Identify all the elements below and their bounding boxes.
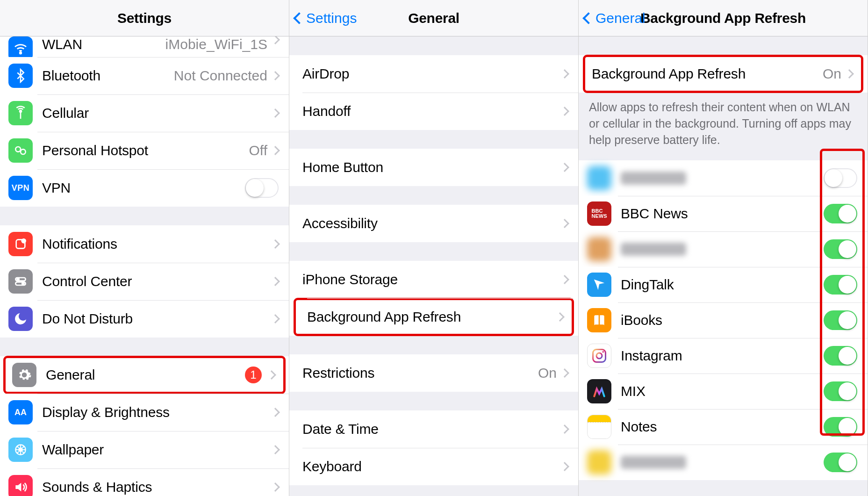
chevron-right-icon xyxy=(560,462,569,471)
chevron-right-icon xyxy=(271,277,280,286)
row-label xyxy=(621,243,686,256)
row-label: DingTalk xyxy=(621,277,824,293)
toggle[interactable] xyxy=(824,239,857,259)
general-row-restrictions[interactable]: RestrictionsOn xyxy=(289,354,578,392)
app-icon xyxy=(587,166,611,190)
chevron-right-icon xyxy=(845,69,854,79)
gear-icon xyxy=(12,363,36,387)
app-row-mix: MIX xyxy=(579,374,868,409)
general-body: AirDropHandoffHome ButtonAccessibilityiP… xyxy=(289,36,578,496)
back-to-general[interactable]: General xyxy=(584,10,646,26)
page-title: General xyxy=(408,10,459,26)
wallpaper-icon xyxy=(8,438,33,462)
row-label xyxy=(621,456,686,469)
row-label: Wallpaper xyxy=(42,442,272,458)
settings-row-bluetooth[interactable]: BluetoothNot Connected xyxy=(0,57,289,94)
svg-point-8 xyxy=(17,278,19,280)
row-detail: Not Connected xyxy=(174,68,267,84)
toggle[interactable] xyxy=(824,310,857,330)
general-row-home-button[interactable]: Home Button xyxy=(289,149,578,186)
settings-row-general[interactable]: General1 xyxy=(4,356,285,394)
toggle[interactable] xyxy=(824,168,857,188)
svg-point-14 xyxy=(602,351,604,353)
settings-row-vpn[interactable]: VPNVPN xyxy=(0,169,289,207)
app-icon xyxy=(587,379,611,403)
settings-row-display[interactable]: AADisplay & Brightness xyxy=(0,394,289,431)
chevron-right-icon xyxy=(560,219,569,228)
settings-row-dnd[interactable]: Do Not Disturb xyxy=(0,300,289,338)
app-icon xyxy=(587,273,611,297)
row-label: Instagram xyxy=(621,348,824,364)
settings-row-wallpaper[interactable]: Wallpaper xyxy=(0,431,289,468)
row-label: Handoff xyxy=(298,103,561,119)
nav-bar-settings: Settings xyxy=(0,0,289,36)
row-detail: iMobie_WiFi_1S xyxy=(165,36,267,52)
settings-row-cellular[interactable]: Cellular xyxy=(0,94,289,132)
app-row-instagram: Instagram xyxy=(579,338,868,374)
back-label: Settings xyxy=(306,10,357,26)
row-label: Do Not Disturb xyxy=(42,311,272,327)
toggle[interactable] xyxy=(824,453,857,472)
nav-bar-general: Settings General xyxy=(289,0,578,36)
svg-point-3 xyxy=(21,149,26,154)
toggle[interactable] xyxy=(824,275,857,295)
chevron-right-icon xyxy=(560,275,569,284)
general-row-airdrop[interactable]: AirDrop xyxy=(289,55,578,93)
settings-body: WLANiMobie_WiFi_1SBluetoothNot Connected… xyxy=(0,36,289,496)
general-row-bar[interactable]: Background App Refresh xyxy=(294,298,574,336)
toggle[interactable] xyxy=(824,204,857,223)
settings-row-hotspot[interactable]: Personal HotspotOff xyxy=(0,132,289,169)
app-row-dingtalk: DingTalk xyxy=(579,267,868,302)
svg-point-0 xyxy=(20,52,21,54)
app-row-ibooks: iBooks xyxy=(579,302,868,338)
row-label: Restrictions xyxy=(298,365,538,381)
general-row-keyboard[interactable]: Keyboard xyxy=(289,448,578,485)
app-icon: BBCNEWS xyxy=(587,201,611,226)
chevron-left-icon xyxy=(293,12,305,24)
settings-row-notifications[interactable]: Notifications xyxy=(0,225,289,263)
toggle[interactable] xyxy=(824,417,857,437)
badge: 1 xyxy=(245,367,262,383)
row-detail: On xyxy=(823,66,841,82)
row-label: iBooks xyxy=(621,312,824,328)
general-row-iphone-storage[interactable]: iPhone Storage xyxy=(289,261,578,298)
page-title: Settings xyxy=(117,10,172,26)
chevron-left-icon xyxy=(582,12,594,24)
hotspot-icon xyxy=(8,138,33,163)
settings-panel: Settings WLANiMobie_WiFi_1SBluetoothNot … xyxy=(0,0,289,496)
row-label: Personal Hotspot xyxy=(42,143,249,158)
toggle[interactable] xyxy=(245,178,279,198)
row-label: Control Center xyxy=(42,273,272,289)
row-label: Accessibility xyxy=(298,216,561,231)
chevron-right-icon xyxy=(271,239,280,249)
row-detail: Off xyxy=(249,143,267,158)
row-label: Cellular xyxy=(42,105,272,121)
row-detail: On xyxy=(538,365,557,381)
svg-point-9 xyxy=(22,283,24,285)
settings-row-control-center[interactable]: Control Center xyxy=(0,263,289,300)
general-row-accessibility[interactable]: Accessibility xyxy=(289,205,578,242)
page-title: Background App Refresh xyxy=(640,10,806,26)
chevron-right-icon xyxy=(560,69,569,79)
moon-icon xyxy=(8,307,33,331)
chevron-right-icon xyxy=(271,108,280,118)
general-row-handoff[interactable]: Handoff xyxy=(289,93,578,130)
background-app-refresh-panel: General Background App Refresh Backgroun… xyxy=(579,0,868,496)
bar-master-row[interactable]: Background App Refresh On xyxy=(583,55,863,93)
app-icon xyxy=(587,344,611,368)
display-icon: AA xyxy=(8,400,33,424)
general-row-date-time[interactable]: Date & Time xyxy=(289,410,578,448)
svg-point-11 xyxy=(19,448,22,452)
chevron-right-icon xyxy=(271,71,280,80)
toggle[interactable] xyxy=(824,381,857,401)
settings-row-wlan[interactable]: WLANiMobie_WiFi_1S xyxy=(0,36,289,57)
vpn-icon: VPN xyxy=(8,176,33,200)
row-label: AirDrop xyxy=(298,66,561,82)
toggle[interactable] xyxy=(824,346,857,366)
settings-row-sounds[interactable]: Sounds & Haptics xyxy=(0,468,289,496)
chevron-right-icon xyxy=(271,36,280,44)
notifications-icon xyxy=(8,232,33,256)
chevron-right-icon xyxy=(560,368,569,378)
back-to-settings[interactable]: Settings xyxy=(295,10,357,26)
chevron-right-icon xyxy=(267,370,276,380)
